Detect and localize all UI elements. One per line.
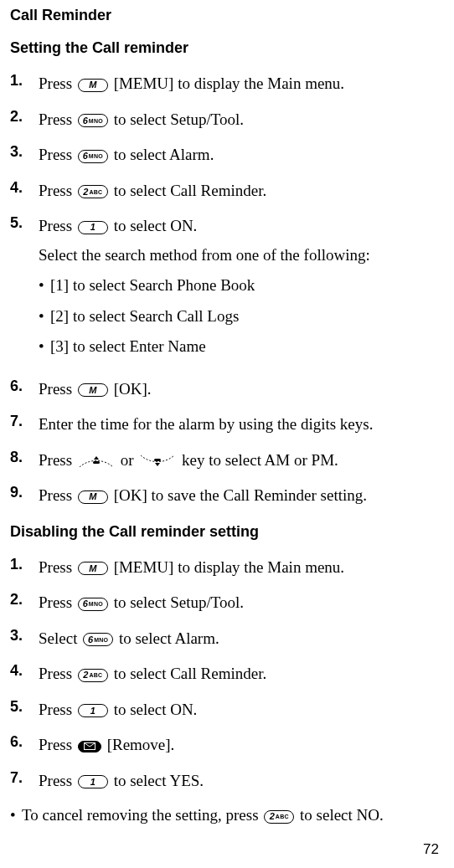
step-text: Press 1 to select ON. xyxy=(39,698,439,722)
step-text: Press 2ABC to select Call Reminder. xyxy=(39,662,439,686)
step-item: 1.Press M [MEMU] to display the Main men… xyxy=(10,556,439,580)
step-body: Press [Remove]. xyxy=(39,733,439,758)
page-title: Call Reminder xyxy=(10,7,439,24)
step-body: Press M [OK]. xyxy=(39,378,439,402)
step-item: 2.Press 6MNO to select Setup/Tool. xyxy=(10,591,439,615)
step-text: Press M [OK] to save the Call Reminder s… xyxy=(39,484,439,508)
step-body: Press 1 to select ON.Select the search m… xyxy=(39,214,439,366)
key-m-icon: M xyxy=(76,490,110,504)
bullet-icon: • xyxy=(39,274,50,298)
step-number: 1. xyxy=(10,556,39,573)
step-text: Select 6MNO to select Alarm. xyxy=(39,627,439,651)
bullet-text: [3] to select Enter Name xyxy=(50,335,206,359)
step-text: Enter the time for the alarm by using th… xyxy=(39,413,439,437)
step-subtext: Select the search method from one of the… xyxy=(39,244,439,268)
step-body: Press 1 to select ON. xyxy=(39,698,439,722)
key-1-icon: 1 xyxy=(76,704,110,717)
svg-rect-1 xyxy=(154,459,161,461)
bullet-icon: • xyxy=(10,806,22,824)
key-2abc-icon: 2ABC xyxy=(76,669,110,682)
step-number: 7. xyxy=(10,769,39,787)
step-item: 2.Press 6MNO to select Setup/Tool. xyxy=(10,108,439,132)
down-key-icon xyxy=(139,455,176,468)
cancel-note: •To cancel removing the setting, press 2… xyxy=(10,806,439,824)
steps-list-setting: 1.Press M [MEMU] to display the Main men… xyxy=(10,72,439,508)
step-item: 5.Press 1 to select ON. xyxy=(10,698,439,722)
step-item: 4.Press 2ABC to select Call Reminder. xyxy=(10,662,439,686)
step-item: 6.Press [Remove]. xyxy=(10,733,439,758)
sub-bullet: •[3] to select Enter Name xyxy=(39,335,439,359)
step-item: 8.Press or key to select AM or PM. xyxy=(10,449,439,473)
step-body: Press M [MEMU] to display the Main menu. xyxy=(39,72,439,96)
bullet-icon: • xyxy=(39,335,50,359)
step-text: Press [Remove]. xyxy=(39,733,439,758)
sub-bullet: •[2] to select Search Call Logs xyxy=(39,305,439,329)
step-item: 3.Select 6MNO to select Alarm. xyxy=(10,627,439,651)
step-number: 3. xyxy=(10,627,39,645)
step-text: Press 1 to select YES. xyxy=(39,769,439,794)
steps-list-disabling: 1.Press M [MEMU] to display the Main men… xyxy=(10,556,439,794)
step-number: 4. xyxy=(10,179,39,197)
step-body: Press or key to select AM or PM. xyxy=(39,449,439,473)
step-number: 9. xyxy=(10,484,39,501)
step-number: 8. xyxy=(10,449,39,466)
step-number: 5. xyxy=(10,214,39,232)
bullet-icon: • xyxy=(39,305,50,329)
step-body: Select 6MNO to select Alarm. xyxy=(39,627,439,651)
key-2abc-icon: 2ABC xyxy=(76,185,110,198)
step-body: Press 6MNO to select Setup/Tool. xyxy=(39,591,439,615)
step-item: 4.Press 2ABC to select Call Reminder. xyxy=(10,179,439,203)
step-body: Press M [OK] to save the Call Reminder s… xyxy=(39,484,439,508)
step-item: 9.Press M [OK] to save the Call Reminder… xyxy=(10,484,439,508)
section-heading-disabling: Disabling the Call reminder setting xyxy=(10,523,439,541)
step-text: Press 6MNO to select Setup/Tool. xyxy=(39,591,439,615)
up-key-icon xyxy=(78,455,115,468)
key-6mno-icon: 6MNO xyxy=(76,150,110,163)
step-body: Press 1 to select YES. xyxy=(39,769,439,794)
step-item: 6.Press M [OK]. xyxy=(10,378,439,402)
step-number: 5. xyxy=(10,698,39,716)
key-1-icon: 1 xyxy=(76,221,110,234)
step-body: Enter the time for the alarm by using th… xyxy=(39,413,439,437)
key-2abc-icon: 2ABC xyxy=(262,810,296,824)
manual-page: Call Reminder Setting the Call reminder … xyxy=(0,0,454,868)
page-number: 72 xyxy=(423,841,439,858)
step-body: Press M [MEMU] to display the Main menu. xyxy=(39,556,439,580)
step-number: 1. xyxy=(10,72,39,90)
section-heading-setting: Setting the Call reminder xyxy=(10,39,439,57)
key-6mno-icon: 6MNO xyxy=(76,598,110,611)
mail-key-icon xyxy=(76,741,103,752)
step-number: 4. xyxy=(10,662,39,680)
step-item: 5.Press 1 to select ON.Select the search… xyxy=(10,214,439,366)
svg-rect-0 xyxy=(93,461,100,464)
step-body: Press 6MNO to select Setup/Tool. xyxy=(39,108,439,132)
step-number: 2. xyxy=(10,108,39,126)
step-text: Press M [OK]. xyxy=(39,378,439,402)
key-m-icon: M xyxy=(76,79,110,92)
step-number: 7. xyxy=(10,413,39,430)
step-text: Press 6MNO to select Alarm. xyxy=(39,143,439,167)
step-body: Press 2ABC to select Call Reminder. xyxy=(39,179,439,203)
bullet-text: [2] to select Search Call Logs xyxy=(50,305,239,329)
step-text: Press 6MNO to select Setup/Tool. xyxy=(39,108,439,132)
step-text: Press M [MEMU] to display the Main menu. xyxy=(39,556,439,580)
step-body: Press 6MNO to select Alarm. xyxy=(39,143,439,167)
key-1-icon: 1 xyxy=(76,775,110,788)
step-item: 3.Press 6MNO to select Alarm. xyxy=(10,143,439,167)
key-m-icon: M xyxy=(76,562,110,575)
step-number: 3. xyxy=(10,143,39,161)
step-number: 2. xyxy=(10,591,39,609)
sub-bullet: •[1] to select Search Phone Book xyxy=(39,274,439,298)
key-m-icon: M xyxy=(76,383,110,397)
step-item: 7.Enter the time for the alarm by using … xyxy=(10,413,439,437)
step-text: Press M [MEMU] to display the Main menu. xyxy=(39,72,439,96)
step-item: 1.Press M [MEMU] to display the Main men… xyxy=(10,72,439,96)
step-text: Press 2ABC to select Call Reminder. xyxy=(39,179,439,203)
step-body: Press 2ABC to select Call Reminder. xyxy=(39,662,439,686)
key-6mno-icon: 6MNO xyxy=(76,114,110,127)
step-text: Press or key to select AM or PM. xyxy=(39,449,439,473)
note-text: To cancel removing the setting, press 2A… xyxy=(22,806,384,824)
key-6mno-icon: 6MNO xyxy=(81,633,115,646)
step-item: 7.Press 1 to select YES. xyxy=(10,769,439,794)
step-number: 6. xyxy=(10,378,39,395)
